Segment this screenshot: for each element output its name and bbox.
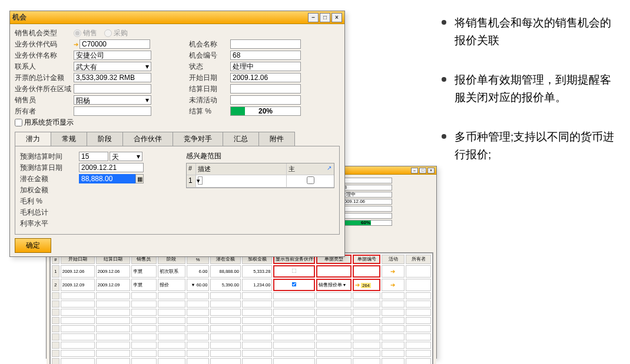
linkarrow-icon[interactable]: ➔ (355, 282, 360, 288)
expand-icon[interactable]: ↗ (326, 165, 333, 172)
opp-no-field: 68 (339, 185, 392, 191)
contact-select[interactable]: 武大有 (74, 62, 151, 71)
close-date-field[interactable] (339, 206, 392, 212)
interest-grid[interactable]: ↗ # 描述 主 1 (186, 163, 334, 188)
label: 预测结算时间 (20, 152, 79, 162)
tab-summary[interactable]: 汇总 (223, 132, 259, 146)
status-field: 处理中 (230, 62, 301, 71)
radio-purchase[interactable]: 采购 (104, 28, 128, 38)
close-date-field[interactable] (230, 84, 301, 93)
note-item: 报价单有效期管理，到期提醒客服关闭对应的报价单。 (442, 71, 618, 107)
closure-percent: 60% (339, 220, 392, 226)
opp-name-field[interactable] (230, 39, 301, 49)
radio-sales[interactable]: 销售 (74, 28, 97, 38)
linkarrow-icon[interactable]: ➔ (74, 41, 78, 48)
label: 加权金额 (20, 185, 79, 195)
titlebar[interactable]: 机会 – □ × (10, 11, 344, 24)
primary-checkbox[interactable] (307, 176, 314, 184)
table-row[interactable]: 1 2009.12.06 2009.12.06 李慧 初次联系 6.00 88,… (52, 265, 431, 278)
tab-competitors[interactable]: 竞争对手 (173, 132, 223, 146)
label: 潜在金额 (20, 174, 79, 184)
table-row[interactable] (52, 350, 431, 357)
est-close-unit-select[interactable]: 天 (110, 152, 142, 161)
opp-name-field[interactable] (339, 178, 392, 183)
table-row[interactable] (52, 358, 431, 364)
tab-partners[interactable]: 合作伙伴 (122, 132, 173, 146)
tab-stages[interactable]: 阶段 (87, 132, 123, 146)
label: 利率水平 (20, 219, 79, 229)
window-title: 机会 (12, 12, 308, 22)
ok-button[interactable]: 确定 (15, 238, 51, 253)
start-date-field[interactable]: 2009.12.06 (339, 199, 392, 205)
opp-no-field: 68 (230, 51, 301, 60)
label: 业务伙伴代码 (15, 39, 74, 49)
tabs: 潜力 常规 阶段 合作伙伴 竞争对手 汇总 附件 (15, 132, 340, 146)
minimize-icon[interactable]: – (411, 168, 418, 173)
salesrep-select[interactable]: 阳杨 (74, 95, 151, 105)
open-act-field (339, 213, 392, 219)
maximize-icon[interactable]: □ (419, 168, 426, 173)
bp-name-field[interactable]: 安捷公司 (74, 51, 151, 60)
label: 状态 (189, 62, 230, 72)
stages-table[interactable]: # 开始日期 结算日期 销售员 阶段 % 潜在金额 加权金额 显示当前业务伙伴凭… (50, 253, 433, 364)
label: 结算 % (189, 106, 230, 116)
tab-potential[interactable]: 潜力 (15, 132, 51, 146)
label: 毛利总计 (20, 208, 79, 218)
label: 所有者 (15, 106, 74, 116)
label: 毛利 % (20, 196, 79, 206)
show-doc-checkbox[interactable] (292, 269, 297, 273)
label: 业务伙伴名称 (15, 51, 74, 61)
table-row[interactable] (52, 300, 431, 308)
tab-general[interactable]: 常规 (51, 132, 87, 146)
label: 开始日期 (189, 73, 230, 83)
table-row[interactable] (52, 342, 431, 349)
label: 机会编号 (189, 51, 230, 61)
notes-panel: 将销售机会和每次的销售机会的报价关联 报价单有效期管理，到期提醒客服关闭对应的报… (442, 14, 618, 185)
label: 联系人 (15, 62, 74, 72)
activity-link-icon[interactable]: ➔ (390, 268, 395, 275)
est-close-date-field[interactable]: 2009.12.21 (79, 163, 144, 172)
lookup-icon[interactable]: ▦ (135, 174, 144, 183)
tab-attachments[interactable]: 附件 (258, 132, 295, 146)
label: 预测结算日期 (20, 163, 79, 173)
show-doc-checkbox[interactable] (292, 282, 297, 287)
system-ccy-checkbox[interactable]: 用系统货币显示 (15, 118, 74, 128)
close-icon[interactable]: × (331, 13, 342, 22)
interest-range-label: 感兴趣范围 (186, 151, 334, 161)
status-field: 处理中 (339, 192, 392, 198)
table-row[interactable]: 2 2009.12.09 2009.12.09 李慧 报价 ▼ 60.00 5,… (52, 279, 431, 291)
note-item: 多币种管理;支持以不同的货币进行报价; (442, 128, 618, 164)
close-icon[interactable]: × (427, 168, 435, 173)
opportunity-window-potential: 机会 – □ × 销售机会类型 销售 采购 业务伙伴代码➔C70000 业务伙伴… (9, 11, 345, 257)
label: 销售机会类型 (15, 28, 74, 38)
bp-code-field[interactable]: C70000 (79, 39, 150, 49)
table-row[interactable] (52, 292, 431, 299)
activity-link-icon[interactable]: ➔ (390, 282, 395, 288)
label: 开票的总计金额 (15, 73, 74, 83)
note-item: 将销售机会和每次的销售机会的报价关联 (442, 14, 618, 50)
start-date-field[interactable]: 2009.12.06 (230, 73, 301, 82)
label: 业务伙伴所在区域 (15, 84, 74, 94)
owner-field[interactable] (74, 106, 151, 116)
label: 机会名称 (189, 39, 230, 49)
minimize-icon[interactable]: – (308, 13, 319, 22)
open-act-field (230, 95, 301, 105)
label: 销售员 (15, 95, 74, 105)
region-field[interactable] (74, 84, 151, 93)
table-row[interactable] (52, 317, 431, 324)
closure-percent: 20% (230, 106, 301, 116)
potential-amount-field[interactable]: 88,888.00 (79, 174, 135, 183)
label: 未清活动 (189, 95, 230, 105)
table-row[interactable] (52, 333, 431, 340)
table-row[interactable] (52, 325, 431, 332)
maximize-icon[interactable]: □ (320, 13, 330, 22)
label: 结算日期 (189, 84, 230, 94)
desc-select[interactable] (198, 176, 203, 185)
table-row[interactable] (52, 309, 431, 316)
est-close-time-field[interactable]: 15 (79, 152, 108, 161)
invoice-total-field: 3,533,309.32 RMB (74, 73, 151, 82)
